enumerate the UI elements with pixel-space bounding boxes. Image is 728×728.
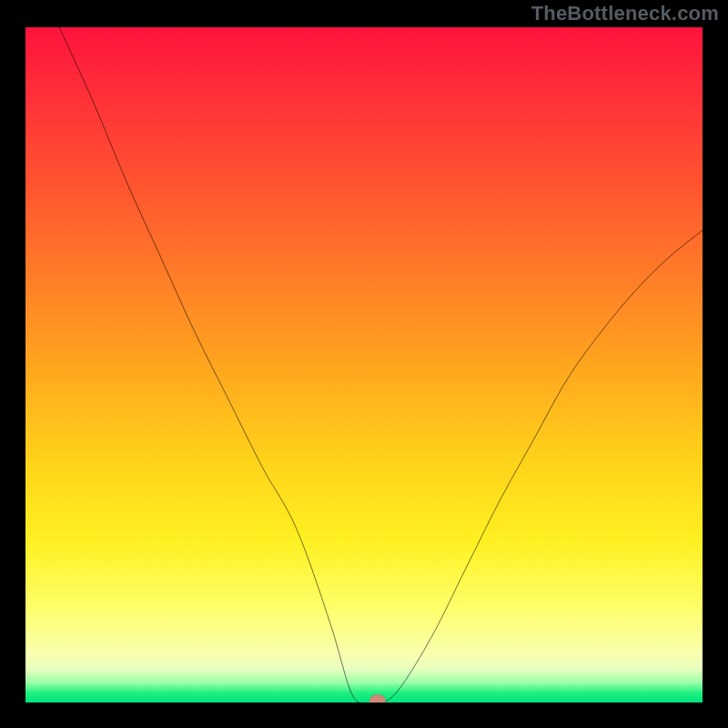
chart-frame: TheBottleneck.com <box>0 0 728 728</box>
watermark-text: TheBottleneck.com <box>531 2 719 25</box>
optimal-point-marker <box>369 694 386 703</box>
bottleneck-curve <box>25 27 703 703</box>
plot-area <box>25 27 703 703</box>
